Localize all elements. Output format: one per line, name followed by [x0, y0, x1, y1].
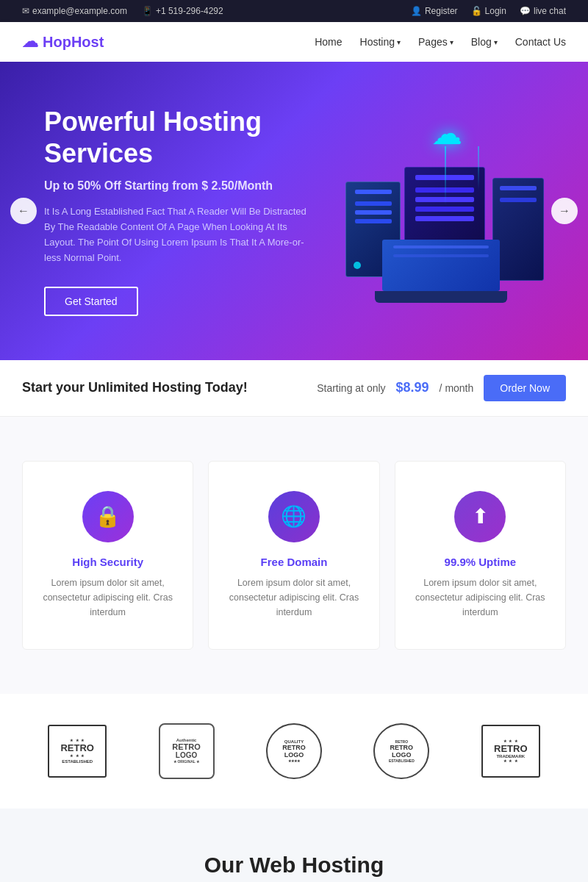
- security-title: High Security: [40, 556, 175, 568]
- hosting-banner: Start your Unlimited Hosting Today! Star…: [0, 360, 588, 417]
- starting-text: Starting at only: [317, 382, 385, 394]
- login-icon: 🔓: [471, 6, 482, 16]
- glow-line-2: [478, 146, 479, 190]
- banner-text: Start your Unlimited Hosting Today!: [22, 380, 248, 395]
- arrow-right-icon: →: [559, 204, 570, 218]
- logo-badge-4: RETRO RETRO LOGO ESTABLISHED: [373, 723, 429, 779]
- hero-body: It Is A Long Established Fact That A Rea…: [44, 204, 316, 265]
- cloud-logo-icon: ☁: [22, 32, 38, 51]
- order-now-button[interactable]: Order Now: [484, 375, 566, 401]
- server-right: [492, 178, 544, 281]
- nav-contact[interactable]: Contact Us: [515, 36, 566, 48]
- livechat-label: live chat: [534, 6, 566, 16]
- hero-illustration: ☁: [316, 108, 566, 314]
- web-hosting-title: Our Web Hosting: [22, 853, 566, 878]
- email-icon: ✉: [22, 6, 29, 16]
- hero-content: Powerful Hosting Services Up to 50% Off …: [44, 106, 316, 316]
- nav-hosting[interactable]: Hosting: [360, 36, 401, 48]
- banner-price: $8.99: [396, 380, 429, 395]
- features-section: 🔒 High Security Lorem ipsum dolor sit am…: [0, 417, 588, 694]
- uptime-title: 99.9% Uptime: [413, 556, 548, 568]
- nav-links: Home Hosting Pages Blog Contact Us: [315, 36, 566, 48]
- banner-right: Starting at only $8.99 / month Order Now: [317, 375, 566, 401]
- domain-icon: 🌐: [268, 491, 320, 542]
- livechat-link[interactable]: 💬 live chat: [520, 6, 566, 16]
- arrow-left-icon: ←: [18, 204, 29, 218]
- laptop-screen: [382, 240, 500, 291]
- domain-title: Free Domain: [226, 556, 361, 568]
- cloud-illustration-icon: ☁: [431, 115, 462, 151]
- nav-blog[interactable]: Blog: [471, 36, 498, 48]
- feature-card-domain: 🌐 Free Domain Lorem ipsum dolor sit amet…: [208, 461, 379, 650]
- logo-badge-2: Authentic RETRO LOGO ★ ORIGINAL ★: [159, 723, 215, 779]
- hero-cta-button[interactable]: Get Started: [44, 287, 138, 316]
- hero-next-button[interactable]: →: [551, 198, 578, 224]
- web-hosting-section: Our Web Hosting Web Hosting Made EASY An…: [0, 808, 588, 882]
- brand-name: HopHost: [43, 34, 104, 51]
- hero-title: Powerful Hosting Services: [44, 106, 316, 169]
- topbar-email: example@example.com: [32, 6, 127, 16]
- nav-pages[interactable]: Pages: [418, 36, 453, 48]
- feature-card-uptime: ⬆ 99.9% Uptime Lorem ipsum dolor sit ame…: [395, 461, 566, 650]
- navbar: ☁ HopHost Home Hosting Pages Blog Contac…: [0, 22, 588, 62]
- hero-subtitle: Up to 50% Off Starting from $ 2.50/Month: [44, 179, 316, 193]
- topbar-email-link[interactable]: ✉ example@example.com: [22, 6, 127, 16]
- chat-icon: 💬: [520, 6, 531, 16]
- login-link[interactable]: 🔓 Login: [471, 6, 506, 16]
- feature-card-security: 🔒 High Security Lorem ipsum dolor sit am…: [22, 461, 193, 650]
- laptop-base: [375, 291, 507, 303]
- logo-badge-5: ★ ★ ★ RETRO TRADEMARK ★ ★ ★: [481, 725, 540, 778]
- topbar-right: 👤 Register 🔓 Login 💬 live chat: [411, 6, 566, 16]
- topbar-left: ✉ example@example.com 📱 +1 519-296-4292: [22, 6, 223, 16]
- phone-icon: 📱: [142, 6, 153, 16]
- register-link[interactable]: 👤 Register: [411, 6, 458, 16]
- user-icon: 👤: [411, 6, 422, 16]
- topbar-phone: +1 519-296-4292: [156, 6, 223, 16]
- logo-badge-1: ★ ★ ★ RETRO ★ ★ ★ ESTABLISHED: [48, 725, 107, 778]
- per-month-text: / month: [440, 382, 474, 394]
- logo-badge-3: QUALITY RETRO LOGO ★★★★: [266, 723, 322, 779]
- security-desc: Lorem ipsum dolor sit amet, consectetur …: [40, 576, 175, 620]
- features-grid: 🔒 High Security Lorem ipsum dolor sit am…: [22, 461, 566, 650]
- hero-section: ← Powerful Hosting Services Up to 50% Of…: [0, 62, 588, 360]
- uptime-icon: ⬆: [454, 491, 506, 542]
- domain-desc: Lorem ipsum dolor sit amet, consectetur …: [226, 576, 361, 620]
- nav-home[interactable]: Home: [315, 36, 342, 48]
- security-icon: 🔒: [82, 491, 134, 542]
- uptime-desc: Lorem ipsum dolor sit amet, consectetur …: [413, 576, 548, 620]
- topbar-phone-link[interactable]: 📱 +1 519-296-4292: [142, 6, 223, 16]
- logos-section: ★ ★ ★ RETRO ★ ★ ★ ESTABLISHED Authentic …: [0, 694, 588, 808]
- brand-logo[interactable]: ☁ HopHost: [22, 32, 104, 51]
- topbar: ✉ example@example.com 📱 +1 519-296-4292 …: [0, 0, 588, 22]
- glow-line-1: [445, 146, 446, 205]
- hero-prev-button[interactable]: ←: [10, 198, 37, 224]
